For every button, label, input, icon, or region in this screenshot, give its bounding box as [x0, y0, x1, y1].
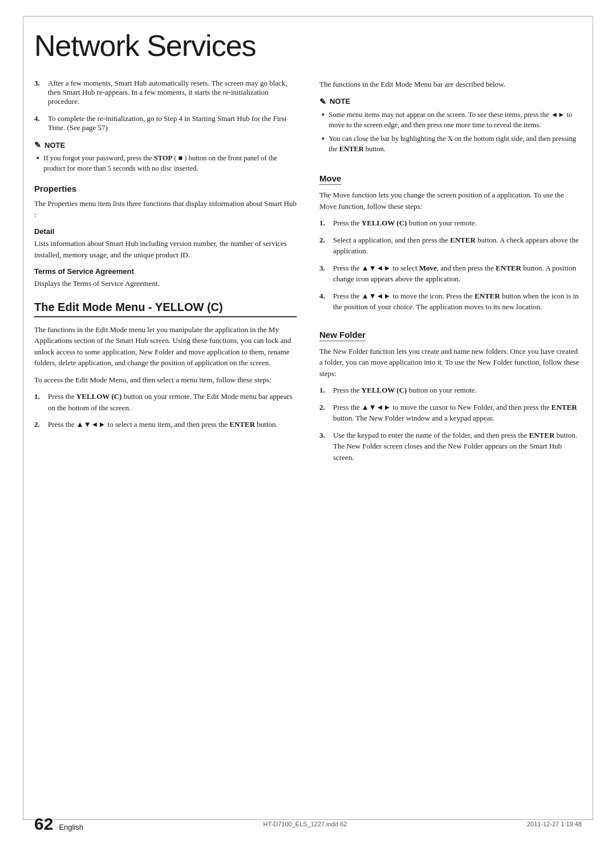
terms-text: Displays the Terms of Service Agreement. — [34, 278, 297, 289]
page-number: 62 — [34, 814, 53, 834]
note-list-2: Some menu items may not appear on the sc… — [319, 110, 582, 155]
move-step-4-num: 4. — [319, 290, 329, 313]
new-folder-intro: The New Folder function lets you create … — [319, 346, 582, 379]
note-list-1: If you forgot your password, press the S… — [34, 153, 297, 173]
move-step-1: 1. Press the YELLOW (C) button on your r… — [319, 217, 582, 229]
item-4-content: To complete the re-initialization, go to… — [48, 114, 297, 132]
edit-mode-steps: 1. Press the YELLOW (C) button on your r… — [34, 391, 297, 430]
new-folder-step-2-content: Press the ▲▼◄► to move the cursor to New… — [333, 402, 582, 424]
list-item-3: 3. After a few moments, Smart Hub automa… — [34, 79, 297, 106]
move-step-4-content: Press the ▲▼◄► to move the icon. Press t… — [333, 290, 582, 313]
note-section-1: ✎ NOTE If you forgot your password, pres… — [34, 140, 297, 173]
properties-heading: Properties — [34, 184, 297, 193]
new-folder-section: New Folder The New Folder function lets … — [319, 320, 582, 463]
date-info: 2011-12-27 1:19:48 — [527, 821, 582, 827]
note-2-item-1: Some menu items may not appear on the sc… — [322, 110, 582, 130]
properties-section: Properties The Properties menu item list… — [34, 184, 297, 289]
right-column: The functions in the Edit Mode Menu bar … — [319, 79, 582, 470]
move-step-1-num: 1. — [319, 217, 329, 229]
edit-mode-step-2: 2. Press the ▲▼◄► to select a menu item,… — [34, 419, 297, 430]
new-folder-step-2-num: 2. — [319, 402, 329, 424]
list-item-4: 4. To complete the re-initialization, go… — [34, 114, 297, 132]
note-item-1-1-text: If you forgot your password, press the S… — [43, 153, 297, 173]
step-1-num: 1. — [34, 391, 43, 413]
item-3-num: 3. — [34, 79, 43, 106]
move-step-3-num: 3. — [319, 263, 329, 285]
new-folder-heading: New Folder — [319, 330, 366, 341]
border-right — [593, 16, 593, 820]
edit-mode-heading: The Edit Mode Menu - YELLOW (C) — [34, 301, 297, 317]
step-1-content: Press the YELLOW (C) button on your remo… — [48, 391, 297, 413]
new-folder-step-3-content: Use the keypad to enter the name of the … — [333, 430, 582, 463]
move-intro: The Move function lets you change the sc… — [319, 189, 582, 212]
move-step-2-content: Select a application, and then press the… — [333, 235, 582, 257]
new-folder-step-3: 3. Use the keypad to enter the name of t… — [319, 430, 582, 463]
step-2-num: 2. — [34, 419, 43, 430]
page: Network Services 3. After a few moments,… — [0, 0, 616, 844]
footer: 62 English HT-D7100_ELS_1227.indd 62 201… — [34, 814, 582, 834]
edit-mode-access: To access the Edit Mode Menu, and then s… — [34, 374, 297, 386]
detail-heading: Detail — [34, 227, 297, 236]
new-folder-step-3-num: 3. — [319, 430, 329, 463]
new-folder-step-1-content: Press the YELLOW (C) button on your remo… — [333, 385, 582, 396]
border-top — [23, 16, 593, 17]
note-2-item-2-text: You can close the bar by highlighting th… — [329, 134, 582, 154]
file-info: HT-D7100_ELS_1227.indd 62 — [264, 821, 347, 827]
note-label-2: NOTE — [330, 97, 350, 106]
note-icon-2: ✎ — [319, 97, 326, 106]
note-label-1: NOTE — [44, 141, 65, 150]
new-folder-steps: 1. Press the YELLOW (C) button on your r… — [319, 385, 582, 463]
note-2-item-2: You can close the bar by highlighting th… — [322, 134, 582, 154]
note-icon-1: ✎ — [34, 140, 41, 150]
move-heading: Move — [319, 173, 341, 185]
item-4-num: 4. — [34, 114, 43, 132]
note-header-1: ✎ NOTE — [34, 140, 297, 150]
new-folder-step-1-num: 1. — [319, 385, 329, 396]
move-step-3: 3. Press the ▲▼◄► to select Move, and th… — [319, 263, 582, 285]
page-title: Network Services — [34, 29, 582, 63]
note-item-1-1: If you forgot your password, press the S… — [37, 153, 297, 173]
new-folder-step-2: 2. Press the ▲▼◄► to move the cursor to … — [319, 402, 582, 424]
edit-mode-step-1: 1. Press the YELLOW (C) button on your r… — [34, 391, 297, 413]
two-column-layout: 3. After a few moments, Smart Hub automa… — [34, 79, 582, 470]
move-step-1-content: Press the YELLOW (C) button on your remo… — [333, 217, 582, 229]
move-steps: 1. Press the YELLOW (C) button on your r… — [319, 217, 582, 313]
note-section-2: ✎ NOTE Some menu items may not appear on… — [319, 97, 582, 155]
step-2-content: Press the ▲▼◄► to select a menu item, an… — [48, 419, 297, 430]
border-left — [23, 16, 23, 820]
page-number-area: 62 English — [34, 814, 83, 834]
note-header-2: ✎ NOTE — [319, 97, 582, 106]
detail-text: Lists information about Smart Hub includ… — [34, 238, 297, 260]
move-section: Move The Move function lets you change t… — [319, 163, 582, 313]
terms-heading: Terms of Service Agreement — [34, 267, 297, 276]
move-step-2-num: 2. — [319, 235, 329, 257]
properties-intro: The Properties menu item lists three fun… — [34, 198, 297, 220]
edit-mode-desc: The functions in the Edit Mode Menu bar … — [319, 79, 582, 90]
edit-mode-intro: The functions in the Edit Mode menu let … — [34, 324, 297, 369]
edit-mode-section: The Edit Mode Menu - YELLOW (C) The func… — [34, 301, 297, 430]
left-column: 3. After a few moments, Smart Hub automa… — [34, 79, 297, 470]
move-step-3-content: Press the ▲▼◄► to select Move, and then … — [333, 263, 582, 285]
new-folder-step-1: 1. Press the YELLOW (C) button on your r… — [319, 385, 582, 396]
page-language-label: English — [59, 823, 83, 831]
item-3-content: After a few moments, Smart Hub automatic… — [48, 79, 297, 106]
move-step-4: 4. Press the ▲▼◄► to move the icon. Pres… — [319, 290, 582, 313]
move-step-2: 2. Select a application, and then press … — [319, 235, 582, 257]
note-2-item-1-text: Some menu items may not appear on the sc… — [329, 110, 582, 130]
